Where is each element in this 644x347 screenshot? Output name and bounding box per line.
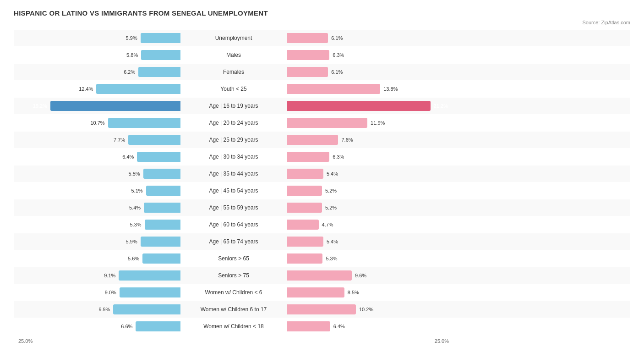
- left-bar: [141, 237, 180, 247]
- left-section: 6.4%: [14, 152, 183, 162]
- right-section: 21.2%: [284, 101, 453, 111]
- chart-row: 5.8% Males 6.3%: [14, 47, 630, 63]
- left-bar: [141, 50, 180, 60]
- chart-title: HISPANIC OR LATINO VS IMMIGRANTS FROM SE…: [14, 9, 630, 17]
- right-bar: [287, 101, 431, 111]
- left-value-label: 5.3%: [130, 222, 141, 227]
- left-value-label: 12.4%: [79, 86, 93, 92]
- left-value-label: 5.6%: [128, 256, 139, 261]
- row-label: Age | 35 to 44 years: [183, 171, 284, 177]
- row-label: Age | 25 to 29 years: [183, 137, 284, 143]
- left-value-label: 5.5%: [129, 171, 140, 176]
- left-value-label: 9.1%: [104, 273, 115, 278]
- right-value-label: 8.5%: [348, 290, 359, 295]
- row-label: Unemployment: [183, 35, 284, 41]
- left-section: 12.4%: [14, 84, 183, 94]
- right-bar: [287, 50, 329, 60]
- left-bar: [136, 321, 180, 331]
- left-section: 5.9%: [14, 33, 183, 43]
- right-bar: [287, 287, 344, 297]
- right-bar: [287, 33, 328, 43]
- right-value-label: 6.4%: [333, 324, 345, 329]
- right-section: 5.4%: [284, 237, 453, 247]
- right-bar: [287, 118, 367, 128]
- chart-row: 7.7% Age | 25 to 29 years 7.6%: [14, 132, 630, 148]
- chart-row: 5.6% Seniors > 65 5.3%: [14, 250, 630, 267]
- left-section: 9.0%: [14, 287, 183, 297]
- row-label: Women w/ Children 6 to 17: [183, 306, 284, 313]
- row-label: Age | 45 to 54 years: [183, 187, 284, 194]
- right-bar: [287, 169, 323, 179]
- right-section: 5.4%: [284, 169, 453, 179]
- right-value-label: 10.2%: [359, 307, 373, 312]
- left-bar: [96, 84, 180, 94]
- left-section: 5.9%: [14, 237, 183, 247]
- left-bar: [120, 287, 180, 297]
- right-section: 4.7%: [284, 220, 453, 230]
- left-bar: [50, 101, 180, 111]
- row-label: Age | 65 to 74 years: [183, 238, 284, 245]
- left-value-label: 5.9%: [126, 239, 137, 244]
- left-value-label: 5.9%: [126, 35, 137, 41]
- left-section: 5.1%: [14, 186, 183, 196]
- right-bar: [287, 253, 322, 264]
- right-value-label: 5.2%: [325, 188, 337, 193]
- right-value-label: 11.9%: [371, 120, 385, 126]
- left-section: 5.8%: [14, 50, 183, 60]
- chart-row: 6.4% Age | 30 to 34 years 6.3%: [14, 149, 630, 165]
- right-value-label: 5.4%: [327, 171, 338, 176]
- row-label: Age | 55 to 59 years: [183, 204, 284, 211]
- row-label: Males: [183, 52, 284, 58]
- right-value-label: 5.3%: [326, 256, 337, 261]
- right-bar: [287, 321, 330, 331]
- right-section: 6.4%: [284, 321, 453, 331]
- chart-row: 5.1% Age | 45 to 54 years 5.2%: [14, 182, 630, 199]
- right-value-label: 6.1%: [331, 69, 343, 75]
- left-section: 7.7%: [14, 135, 183, 145]
- left-section: 5.4%: [14, 203, 183, 213]
- right-bar: [287, 186, 322, 196]
- source-text: Source: ZipAtlas.com: [14, 20, 630, 25]
- right-section: 11.9%: [284, 118, 453, 128]
- row-label: Age | 16 to 19 years: [183, 103, 284, 109]
- left-section: 5.3%: [14, 220, 183, 230]
- right-section: 6.1%: [284, 33, 453, 43]
- right-value-label: 7.6%: [341, 137, 353, 143]
- right-value-label: 6.1%: [331, 35, 343, 41]
- row-label: Women w/ Children < 18: [183, 323, 284, 330]
- left-value-label: 7.7%: [114, 137, 125, 143]
- row-label: Seniors > 75: [183, 272, 284, 279]
- chart-area: 5.9% Unemployment 6.1% 5.8% Males 6.3% 6…: [14, 30, 630, 335]
- right-value-label: 6.3%: [333, 154, 344, 160]
- right-section: 5.2%: [284, 203, 453, 213]
- right-value-label: 6.3%: [333, 52, 344, 58]
- chart-row: 5.9% Unemployment 6.1%: [14, 30, 630, 46]
- right-section: 6.3%: [284, 50, 453, 60]
- chart-row: 9.0% Women w/ Children < 6 8.5%: [14, 284, 630, 301]
- left-value-label: 9.0%: [105, 290, 116, 295]
- axis-left-label: 25.0%: [14, 338, 183, 344]
- left-value-label: 6.6%: [121, 324, 132, 329]
- left-section: 10.7%: [14, 118, 183, 128]
- left-bar: [143, 169, 180, 179]
- chart-row: 5.9% Age | 65 to 74 years 5.4%: [14, 233, 630, 250]
- right-section: 8.5%: [284, 287, 453, 297]
- left-bar: [113, 304, 180, 314]
- chart-container: HISPANIC OR LATINO VS IMMIGRANTS FROM SE…: [0, 0, 644, 347]
- left-value-label: 5.1%: [131, 188, 142, 193]
- left-value-label: 6.4%: [122, 154, 134, 160]
- chart-row: 9.9% Women w/ Children 6 to 17 10.2%: [14, 301, 630, 318]
- row-label: Females: [183, 69, 284, 75]
- chart-row: 5.5% Age | 35 to 44 years 5.4%: [14, 165, 630, 182]
- right-bar: [287, 220, 319, 230]
- right-value-label: 5.2%: [325, 205, 337, 210]
- right-section: 10.2%: [284, 304, 453, 314]
- left-value-label: 5.4%: [129, 205, 141, 210]
- right-section: 13.8%: [284, 84, 453, 94]
- left-value-label: 19.2%: [33, 103, 47, 109]
- row-label: Age | 60 to 64 years: [183, 221, 284, 228]
- left-bar: [108, 118, 180, 128]
- chart-row: 10.7% Age | 20 to 24 years 11.9%: [14, 115, 630, 131]
- row-label: Women w/ Children < 6: [183, 289, 284, 296]
- left-section: 5.5%: [14, 169, 183, 179]
